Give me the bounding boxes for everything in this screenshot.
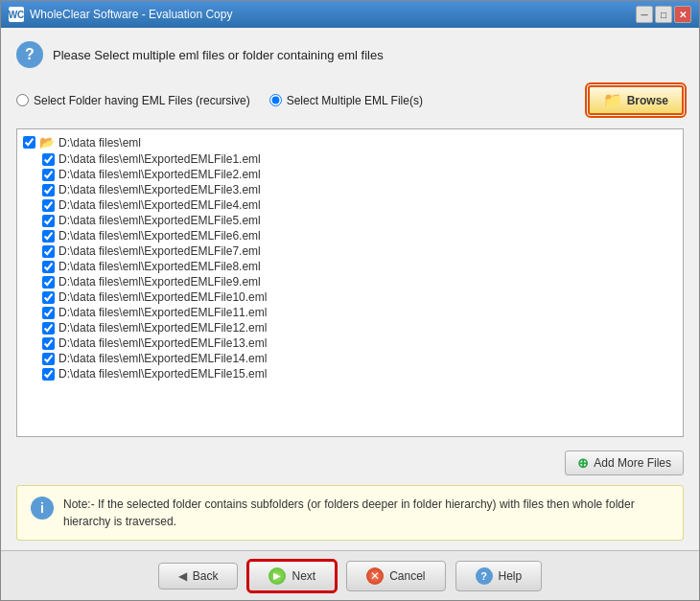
tree-item: D:\data files\eml\ExportedEMLFile11.eml: [23, 305, 677, 320]
titlebar-left: WC WholeClear Software - Evaluation Copy: [9, 7, 232, 22]
tree-root-node: 📂 D:\data files\eml: [23, 133, 677, 151]
tree-item: D:\data files\eml\ExportedEMLFile3.eml: [23, 182, 677, 197]
cancel-circle-icon: ✕: [366, 567, 384, 585]
note-text: Note:- If the selected folder contains s…: [63, 496, 669, 530]
maximize-button[interactable]: □: [655, 6, 672, 23]
file-checkbox-9[interactable]: [42, 276, 55, 289]
next-button[interactable]: ▶ Next: [247, 560, 337, 592]
file-label-6: D:\data files\eml\ExportedEMLFile6.eml: [58, 229, 261, 243]
file-tree: 📂 D:\data files\eml D:\data files\eml\Ex…: [17, 129, 683, 385]
next-circle-icon: ▶: [268, 567, 286, 585]
tree-item: D:\data files\eml\ExportedEMLFile6.eml: [23, 228, 677, 243]
tree-item: D:\data files\eml\ExportedEMLFile15.eml: [23, 366, 677, 381]
file-checkbox-15[interactable]: [42, 368, 55, 381]
root-path-label: D:\data files\eml: [58, 136, 141, 150]
file-label-1: D:\data files\eml\ExportedEMLFile1.eml: [58, 152, 261, 166]
note-info-icon: i: [31, 497, 54, 520]
tree-item: D:\data files\eml\ExportedEMLFile14.eml: [23, 351, 677, 366]
add-icon: ⊕: [577, 455, 589, 471]
cancel-button[interactable]: ✕ Cancel: [346, 561, 445, 591]
add-more-label: Add More Files: [594, 456, 671, 470]
radio-folder[interactable]: [16, 94, 29, 106]
header-info-icon: ?: [16, 41, 43, 68]
tree-item: D:\data files\eml\ExportedEMLFile2.eml: [23, 167, 677, 182]
file-label-9: D:\data files\eml\ExportedEMLFile9.eml: [58, 275, 261, 289]
file-checkbox-13[interactable]: [42, 337, 55, 350]
file-label-3: D:\data files\eml\ExportedEMLFile3.eml: [58, 183, 261, 196]
titlebar: WC WholeClear Software - Evaluation Copy…: [1, 1, 699, 28]
window-title: WholeClear Software - Evaluation Copy: [30, 8, 232, 21]
root-checkbox[interactable]: [23, 136, 35, 149]
radio-row: Select Folder having EML Files (recursiv…: [16, 81, 684, 119]
content-area: ? Please Select multiple eml files or fo…: [1, 28, 699, 541]
back-label: Back: [193, 569, 219, 583]
close-button[interactable]: ✕: [674, 6, 691, 23]
minimize-button[interactable]: ─: [636, 6, 653, 23]
tree-item: D:\data files\eml\ExportedEMLFile10.eml: [23, 289, 677, 305]
file-checkbox-8[interactable]: [42, 261, 55, 273]
titlebar-controls: ─ □ ✕: [636, 6, 691, 23]
file-tree-container[interactable]: 📂 D:\data files\eml D:\data files\eml\Ex…: [16, 128, 684, 437]
file-checkbox-14[interactable]: [42, 353, 55, 365]
instruction-text: Please Select multiple eml files or fold…: [53, 48, 384, 62]
help-label: Help: [499, 569, 523, 583]
file-checkbox-4[interactable]: [42, 199, 55, 212]
file-checkbox-2[interactable]: [42, 169, 55, 181]
file-label-13: D:\data files\eml\ExportedEMLFile13.eml: [58, 336, 267, 350]
folder-open-icon: 📂: [39, 135, 55, 150]
file-label-2: D:\data files\eml\ExportedEMLFile2.eml: [58, 168, 261, 181]
main-window: WC WholeClear Software - Evaluation Copy…: [0, 0, 700, 601]
file-checkbox-6[interactable]: [42, 230, 55, 243]
header-row: ? Please Select multiple eml files or fo…: [16, 41, 684, 72]
file-label-14: D:\data files\eml\ExportedEMLFile14.eml: [58, 352, 267, 365]
app-icon: WC: [9, 7, 24, 22]
file-label-4: D:\data files\eml\ExportedEMLFile4.eml: [58, 198, 261, 212]
note-box: i Note:- If the selected folder contains…: [16, 485, 684, 541]
back-arrow-icon: ◀: [178, 569, 187, 583]
cancel-label: Cancel: [389, 569, 425, 583]
back-button[interactable]: ◀ Back: [158, 563, 239, 589]
radio-folder-label: Select Folder having EML Files (recursiv…: [34, 94, 250, 107]
file-checkbox-10[interactable]: [42, 291, 55, 304]
file-checkbox-3[interactable]: [42, 184, 55, 196]
tree-item: D:\data files\eml\ExportedEMLFile1.eml: [23, 151, 677, 167]
next-label: Next: [292, 569, 315, 583]
help-button[interactable]: ? Help: [455, 561, 543, 591]
file-label-11: D:\data files\eml\ExportedEMLFile11.eml: [58, 306, 267, 319]
browse-button-label: Browse: [627, 94, 668, 107]
radio-option-folder[interactable]: Select Folder having EML Files (recursiv…: [16, 94, 250, 107]
radio-files[interactable]: [269, 94, 282, 106]
browse-button[interactable]: 📁 Browse: [588, 85, 684, 115]
file-checkbox-11[interactable]: [42, 307, 55, 319]
tree-item: D:\data files\eml\ExportedEMLFile13.eml: [23, 335, 677, 351]
file-label-7: D:\data files\eml\ExportedEMLFile7.eml: [58, 244, 261, 258]
tree-item: D:\data files\eml\ExportedEMLFile12.eml: [23, 320, 677, 335]
file-label-8: D:\data files\eml\ExportedEMLFile8.eml: [58, 260, 261, 273]
add-more-files-button[interactable]: ⊕ Add More Files: [565, 451, 684, 475]
tree-item: D:\data files\eml\ExportedEMLFile7.eml: [23, 243, 677, 259]
radio-files-label: Select Multiple EML File(s): [287, 94, 423, 107]
radio-option-files[interactable]: Select Multiple EML File(s): [269, 94, 423, 107]
file-list: D:\data files\eml\ExportedEMLFile1.emlD:…: [23, 151, 677, 381]
file-label-12: D:\data files\eml\ExportedEMLFile12.eml: [58, 321, 267, 335]
file-label-10: D:\data files\eml\ExportedEMLFile10.eml: [58, 290, 267, 304]
file-checkbox-1[interactable]: [42, 153, 55, 166]
file-label-5: D:\data files\eml\ExportedEMLFile5.eml: [58, 214, 261, 227]
tree-item: D:\data files\eml\ExportedEMLFile9.eml: [23, 274, 677, 289]
add-more-row: ⊕ Add More Files: [16, 447, 684, 475]
bottom-bar: ◀ Back ▶ Next ✕ Cancel ? Help: [1, 550, 699, 600]
file-checkbox-7[interactable]: [42, 245, 55, 258]
tree-item: D:\data files\eml\ExportedEMLFile5.eml: [23, 213, 677, 228]
file-label-15: D:\data files\eml\ExportedEMLFile15.eml: [58, 367, 267, 381]
folder-icon: 📁: [603, 91, 622, 109]
file-checkbox-5[interactable]: [42, 215, 55, 227]
tree-item: D:\data files\eml\ExportedEMLFile8.eml: [23, 259, 677, 274]
file-checkbox-12[interactable]: [42, 322, 55, 335]
tree-item: D:\data files\eml\ExportedEMLFile4.eml: [23, 197, 677, 213]
help-circle-icon: ?: [476, 567, 493, 585]
